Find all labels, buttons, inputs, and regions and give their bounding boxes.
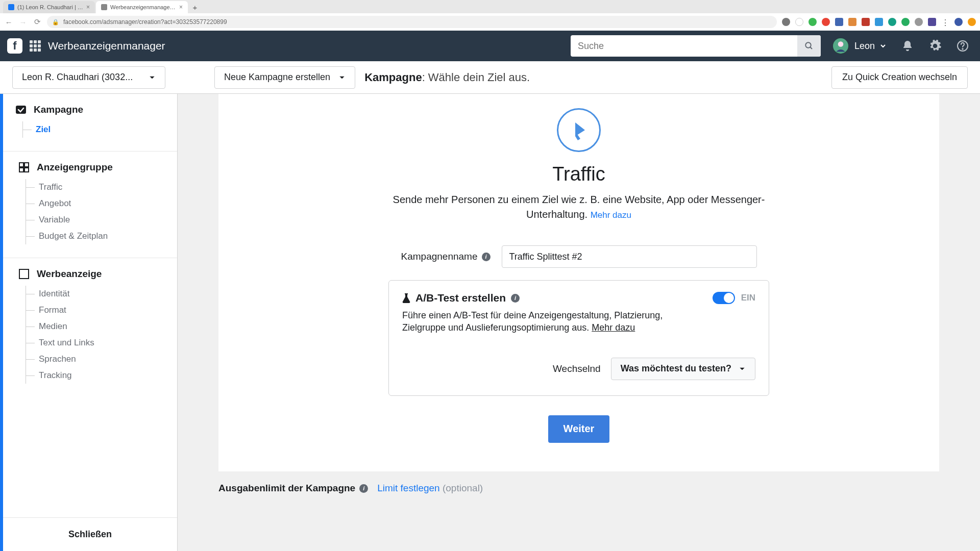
variable-dropdown[interactable]: Was möchtest du testen? [611, 358, 755, 380]
extension-icon[interactable] [822, 18, 830, 26]
extension-icon[interactable] [862, 18, 870, 26]
left-sidebar: Kampagne Ziel Anzeigengruppe Traffic Ang… [0, 94, 178, 551]
reload-icon[interactable]: ⟳ [33, 17, 42, 27]
gear-icon [928, 39, 942, 53]
sidebar-item-traffic[interactable]: Traffic [26, 179, 165, 195]
notifications-button[interactable] [897, 36, 918, 56]
help-button[interactable] [952, 36, 973, 56]
sidebar-item-format[interactable]: Format [26, 302, 165, 318]
sidebar-section-ad[interactable]: Werbeanzeige [18, 268, 165, 280]
sidebar-item-label: Format [39, 305, 66, 315]
address-bar[interactable]: 🔒 facebook.com/adsmanager/creation?act=3… [47, 16, 777, 28]
toggle-state-label: EIN [741, 293, 755, 303]
sidebar-item-label: Identität [39, 289, 70, 299]
set-limit-link[interactable]: Limit festlegen [377, 483, 440, 493]
sidebar-item-ziel[interactable]: Ziel [22, 121, 165, 138]
browser-tab[interactable]: (1) Leon R. Chaudhari | Facebo × [3, 1, 95, 13]
apps-grid-icon[interactable] [30, 40, 41, 52]
svg-rect-6 [16, 106, 26, 114]
sidebar-item-tracking[interactable]: Tracking [26, 367, 165, 384]
chevron-down-icon [880, 43, 886, 49]
search-input[interactable] [571, 41, 797, 52]
extension-icon[interactable] [835, 18, 843, 26]
ab-learn-more-link[interactable]: Mehr dazu [592, 322, 635, 333]
url-text: facebook.com/adsmanager/creation?act=303… [63, 18, 227, 26]
continue-label: Weiter [564, 423, 595, 434]
new-campaign-label: Neue Kampagne erstellen [224, 72, 330, 83]
sidebar-section-campaign[interactable]: Kampagne [15, 104, 165, 115]
extension-icon[interactable] [848, 18, 856, 26]
extension-icon[interactable] [808, 18, 817, 26]
back-icon[interactable]: ← [4, 17, 13, 27]
facebook-logo-icon[interactable]: f [7, 38, 22, 54]
extension-icon[interactable] [782, 18, 790, 26]
svg-point-5 [962, 48, 963, 49]
facebook-favicon-icon [8, 4, 14, 10]
lock-icon: 🔒 [52, 19, 59, 26]
sidebar-item-label: Budget & Zeitplan [39, 231, 108, 241]
extension-icon[interactable] [968, 18, 976, 26]
dropdown-label: Was möchtest du testen? [621, 363, 731, 374]
close-button[interactable]: Schließen [3, 517, 177, 551]
chevron-down-icon [739, 365, 746, 372]
info-icon[interactable]: i [482, 253, 491, 261]
campaign-budget-row: Ausgabenlimit der Kampagne i Limit festl… [218, 483, 939, 494]
sidebar-item-label: Traffic [39, 182, 62, 192]
learn-more-link[interactable]: Mehr dazu [591, 210, 631, 220]
sidebar-item-identitaet[interactable]: Identität [26, 286, 165, 302]
search-container [571, 35, 821, 57]
close-label: Schließen [68, 529, 112, 539]
extension-icon[interactable] [888, 18, 896, 26]
extension-icon[interactable] [795, 18, 803, 26]
extension-icon[interactable] [901, 18, 910, 26]
svg-rect-10 [24, 168, 29, 172]
account-label: Leon R. Chaudhari (3032... [22, 72, 133, 83]
sidebar-item-label: Text und Links [39, 338, 94, 348]
browser-tab-active[interactable]: Werbeanzeigenmanager – Cre × [96, 1, 188, 13]
close-icon[interactable]: × [179, 4, 183, 11]
ab-test-toggle[interactable] [713, 292, 735, 304]
tab-title: (1) Leon R. Chaudhari | Facebo [17, 4, 83, 10]
traffic-hero-icon [557, 108, 601, 152]
continue-button[interactable]: Weiter [548, 415, 610, 443]
description-text: Sende mehr Personen zu einem Ziel wie z.… [393, 194, 765, 220]
extension-icon[interactable] [928, 18, 936, 26]
ab-title-text: A/B-Test erstellen [415, 292, 506, 304]
sidebar-item-label: Medien [39, 321, 67, 332]
extension-icon[interactable] [875, 18, 883, 26]
sidebar-item-variable[interactable]: Variable [26, 212, 165, 228]
profile-avatar-icon[interactable] [954, 18, 963, 26]
extension-icon[interactable] [915, 18, 923, 26]
sidebar-item-angebot[interactable]: Angebot [26, 195, 165, 212]
sidebar-item-budget[interactable]: Budget & Zeitplan [26, 228, 165, 244]
subheader: Leon R. Chaudhari (3032... Neue Kampagne… [0, 61, 980, 94]
bell-icon [901, 40, 914, 52]
close-icon[interactable]: × [86, 4, 90, 11]
breadcrumb: Kampagne: Wähle dein Ziel aus. [364, 71, 530, 84]
account-selector[interactable]: Leon R. Chaudhari (3032... [12, 66, 165, 89]
settings-button[interactable] [925, 36, 945, 56]
menu-icon[interactable]: ⋮ [941, 18, 949, 26]
search-button[interactable] [797, 35, 821, 57]
sidebar-item-text-und-links[interactable]: Text und Links [26, 335, 165, 351]
info-icon[interactable]: i [511, 294, 520, 303]
sidebar-section-adset[interactable]: Anzeigengruppe [18, 162, 165, 173]
sidebar-item-sprachen[interactable]: Sprachen [26, 351, 165, 367]
switch-label: Zu Quick Creation wechseln [842, 72, 957, 83]
tab-title: Werbeanzeigenmanager – Cre [110, 4, 176, 10]
svg-point-3 [838, 41, 844, 47]
help-icon [957, 40, 969, 52]
budget-label-text: Ausgabenlimit der Kampagne [218, 483, 355, 494]
campaign-name-input[interactable] [502, 245, 757, 268]
info-icon[interactable]: i [359, 484, 368, 493]
new-campaign-dropdown[interactable]: Neue Kampagne erstellen [214, 66, 355, 89]
sidebar-item-medien[interactable]: Medien [26, 318, 165, 335]
sidebar-label: Anzeigengruppe [37, 162, 113, 173]
switch-creation-mode-button[interactable]: Zu Quick Creation wechseln [831, 66, 968, 89]
user-menu[interactable]: Leon [828, 35, 890, 57]
new-tab-button[interactable]: + [189, 1, 201, 13]
forward-icon[interactable]: → [18, 17, 28, 27]
sidebar-item-label: Sprachen [39, 354, 76, 364]
breadcrumb-rest: : Wähle dein Ziel aus. [422, 71, 530, 84]
ab-description: Führe einen A/B-Test für deine Anzeigeng… [402, 309, 668, 334]
